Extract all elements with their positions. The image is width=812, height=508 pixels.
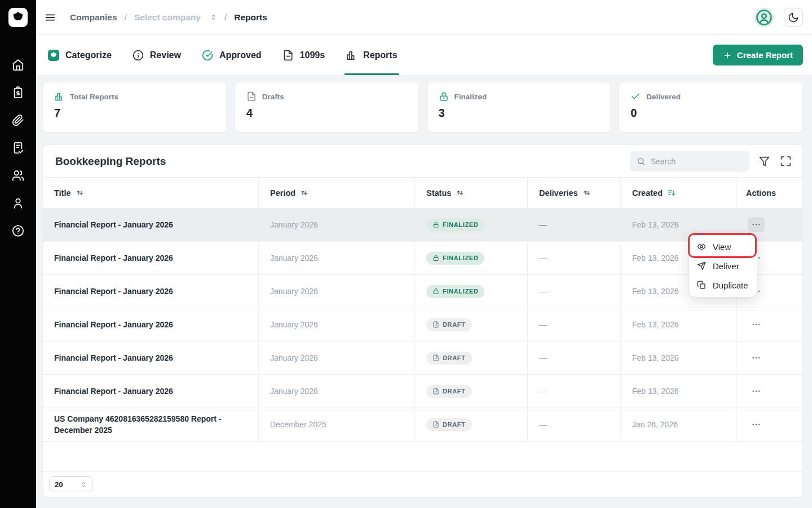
menu-item-deliver[interactable]: Deliver <box>689 256 757 275</box>
status-label: FINALIZED <box>443 221 478 228</box>
table-row[interactable]: Financial Report - January 2026 January … <box>43 341 802 375</box>
tab-reports[interactable]: Reports <box>345 35 398 75</box>
sidebar-item-help[interactable] <box>12 225 24 237</box>
table-body: Financial Report - January 2026 January … <box>43 208 802 442</box>
report-period-cell: December 2025 <box>259 408 415 441</box>
menu-toggle-button[interactable] <box>44 11 56 24</box>
eye-icon <box>697 242 706 251</box>
menu-item-view[interactable]: View <box>689 237 757 256</box>
sidebar-nav <box>12 59 24 237</box>
table-row[interactable]: Financial Report - January 2026 January … <box>43 308 802 341</box>
tab-review[interactable]: Review <box>131 35 182 75</box>
row-actions-button[interactable] <box>748 417 765 432</box>
lock-icon <box>439 91 449 102</box>
report-title-cell: Financial Report - January 2026 <box>43 275 259 308</box>
dark-mode-toggle[interactable] <box>784 8 803 27</box>
tab-1099s[interactable]: 1099s <box>281 35 326 75</box>
column-header-deliveries[interactable]: Deliveries <box>528 178 621 208</box>
column-header-created[interactable]: Created <box>621 178 736 208</box>
row-actions-button[interactable] <box>748 351 765 365</box>
stat-label: Total Reports <box>70 93 118 101</box>
report-status-cell: DRAFT <box>415 375 528 408</box>
home-icon <box>12 59 24 71</box>
panel-footer: 20 <box>43 471 802 497</box>
clipboard-dollar-icon <box>12 86 24 99</box>
table-row[interactable]: Financial Report - January 2026 January … <box>43 208 802 242</box>
report-created-cell: Jan 26, 2026 <box>621 408 736 441</box>
fullscreen-button[interactable] <box>780 155 792 168</box>
row-actions-button[interactable] <box>748 384 765 398</box>
stat-value: 4 <box>246 107 407 120</box>
chevron-updown-icon <box>210 14 217 21</box>
column-header-actions: Actions <box>736 178 802 208</box>
categorize-logo-icon <box>48 50 59 61</box>
tab-approved[interactable]: Approved <box>201 35 263 75</box>
sidebar-item-reports[interactable] <box>12 142 24 154</box>
table-header-row: Title Period Status Deliveries Created <box>43 178 802 208</box>
column-label: Period <box>270 189 295 198</box>
column-header-status[interactable]: Status <box>415 178 528 208</box>
menu-item-label: Duplicate <box>713 281 748 290</box>
stat-value: 3 <box>439 107 599 120</box>
filter-button[interactable] <box>758 155 771 168</box>
stat-label: Delivered <box>646 93 681 101</box>
app-logo-icon[interactable] <box>8 8 28 27</box>
table-row[interactable]: Financial Report - January 2026 January … <box>43 242 802 275</box>
breadcrumb-separator: / <box>224 12 227 23</box>
plus-icon <box>723 51 732 60</box>
row-actions-menu: View Deliver Duplicate <box>689 235 757 297</box>
report-status-cell: DRAFT <box>415 408 528 441</box>
help-circle-icon <box>12 225 24 237</box>
report-title-cell: Financial Report - January 2026 <box>43 375 259 408</box>
search-input[interactable] <box>651 157 743 166</box>
send-icon <box>697 261 706 270</box>
stat-card-finalized: Finalized 3 <box>427 82 611 133</box>
report-deliveries-cell: — <box>528 308 621 341</box>
report-status-cell: DRAFT <box>415 308 528 341</box>
user-avatar-button[interactable] <box>754 8 774 27</box>
report-period-cell: January 2026 <box>259 308 415 341</box>
file-icon <box>433 388 439 395</box>
report-created-cell: Feb 13, 2026 <box>621 308 736 341</box>
ellipsis-icon <box>751 353 761 363</box>
column-header-title[interactable]: Title <box>43 178 259 208</box>
sidebar-item-home[interactable] <box>12 59 24 71</box>
table-row[interactable]: Financial Report - January 2026 January … <box>43 275 802 308</box>
report-actions-cell <box>736 408 802 441</box>
ellipsis-icon <box>751 419 761 430</box>
report-deliveries-cell: — <box>528 341 621 374</box>
topbar-actions <box>754 8 803 27</box>
status-badge: DRAFT <box>426 385 472 398</box>
tab-categorize[interactable]: Categorize <box>47 35 113 75</box>
status-label: DRAFT <box>443 321 466 328</box>
breadcrumb-companies[interactable]: Companies <box>70 12 117 23</box>
column-header-period[interactable]: Period <box>259 178 415 208</box>
maximize-icon <box>780 155 792 167</box>
moon-icon <box>788 12 799 23</box>
company-select[interactable]: Select company <box>134 12 217 23</box>
users-icon <box>12 169 24 182</box>
sidebar-item-transactions[interactable] <box>12 86 24 99</box>
page-size-select[interactable]: 20 <box>49 476 93 492</box>
report-period-cell: January 2026 <box>259 208 415 241</box>
sort-descending-icon <box>667 189 676 198</box>
panel-header: Bookkeeping Reports <box>43 145 802 178</box>
tab-label: Categorize <box>65 50 112 60</box>
bookkeeping-reports-panel: Bookkeeping Reports Title <box>42 144 803 497</box>
top-bar: Companies / Select company / Reports <box>36 0 812 35</box>
status-badge: DRAFT <box>426 352 472 365</box>
table-row[interactable]: Financial Report - January 2026 January … <box>43 375 802 408</box>
row-actions-button[interactable] <box>748 217 765 232</box>
create-report-button[interactable]: Create Report <box>713 45 803 65</box>
sidebar-item-attachments[interactable] <box>12 114 24 126</box>
stat-cards: Total Reports 7 Drafts 4 Finalized 3 <box>42 82 803 133</box>
lock-icon <box>433 288 439 295</box>
table-row[interactable]: US Company 4620816365282159580 Report - … <box>43 408 802 442</box>
sidebar-item-team[interactable] <box>12 169 24 182</box>
menu-item-duplicate[interactable]: Duplicate <box>689 275 757 295</box>
report-period-cell: January 2026 <box>259 242 415 274</box>
tab-label: 1099s <box>300 50 325 60</box>
report-actions-cell <box>736 308 802 341</box>
row-actions-button[interactable] <box>748 317 765 332</box>
sidebar-item-profile[interactable] <box>12 197 24 209</box>
